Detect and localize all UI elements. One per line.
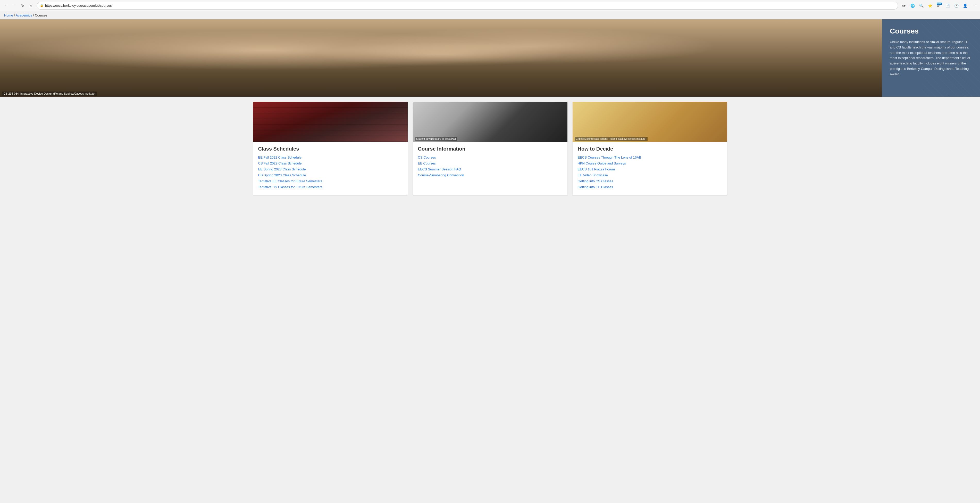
whiteboard-caption: Student at whiteboard in Soda Hall bbox=[415, 137, 457, 141]
hero-section: CS 294-084: Interactive Device Design (R… bbox=[0, 19, 980, 97]
hkn-guide-link[interactable]: HKN Course Guide and Surveys bbox=[578, 161, 722, 165]
class-schedules-body: Class Schedules EE Fall 2022 Class Sched… bbox=[253, 142, 408, 195]
read-aloud-icon[interactable]: 🕪 bbox=[900, 2, 907, 9]
overflow-menu-button[interactable]: ⋯ bbox=[970, 2, 977, 9]
breadcrumb-current: Courses bbox=[35, 13, 47, 17]
history-icon[interactable]: 🕑 bbox=[953, 2, 960, 9]
browser-chrome: ← → ↻ ⌂ 🔒 🕪 🌐 🔍 ⭐ ☍ New 📄 🕑 👤 ⋯ bbox=[0, 0, 980, 11]
course-information-card: Student at whiteboard in Soda Hall Cours… bbox=[413, 102, 568, 195]
whiteboard-photo bbox=[413, 102, 568, 142]
critical-making-photo bbox=[573, 102, 727, 142]
url-input[interactable] bbox=[45, 3, 895, 8]
course-numbering-link[interactable]: Course-Numbering Convention bbox=[418, 173, 562, 177]
lock-icon: 🔒 bbox=[40, 4, 43, 7]
home-button[interactable]: ⌂ bbox=[27, 2, 35, 9]
page-content: Home / Academics / Courses CS 294-084: I… bbox=[0, 11, 980, 503]
breadcrumb-sep-1: / bbox=[14, 13, 15, 17]
hero-caption: CS 294-084: Interactive Device Design (R… bbox=[2, 92, 97, 96]
translate-icon[interactable]: 🌐 bbox=[909, 2, 916, 9]
toolbar-icons: 🕪 🌐 🔍 ⭐ ☍ New 📄 🕑 👤 ⋯ bbox=[900, 2, 977, 9]
class-schedules-image bbox=[253, 102, 408, 142]
nav-buttons: ← → ↻ ⌂ bbox=[3, 2, 35, 9]
cs-courses-link[interactable]: CS Courses bbox=[418, 156, 562, 159]
ee-video-showcase-link[interactable]: EE Video Showcase bbox=[578, 173, 722, 177]
tentative-cs-future-link[interactable]: Tentative CS Classes for Future Semester… bbox=[258, 185, 402, 189]
favorites-icon[interactable]: ⭐ bbox=[926, 2, 934, 9]
hero-info-panel: Courses Unlike many institutions of simi… bbox=[882, 19, 980, 97]
refresh-button[interactable]: ↻ bbox=[19, 2, 26, 9]
hero-info-content: Courses Unlike many institutions of simi… bbox=[890, 27, 972, 77]
how-to-decide-title: How to Decide bbox=[578, 146, 722, 152]
forward-button[interactable]: → bbox=[11, 2, 18, 9]
breadcrumb-sep-2: / bbox=[33, 13, 34, 17]
class-schedules-card: Class Schedules EE Fall 2022 Class Sched… bbox=[253, 102, 408, 195]
hero-image: CS 294-084: Interactive Device Design (R… bbox=[0, 19, 882, 97]
hero-description: Unlike many institutions of similar stat… bbox=[890, 40, 972, 77]
auditorium-photo bbox=[253, 102, 408, 142]
back-button[interactable]: ← bbox=[3, 2, 10, 9]
eecs-101-piazza-link[interactable]: EECS 101 Piazza Forum bbox=[578, 167, 722, 171]
class-schedules-title: Class Schedules bbox=[258, 146, 402, 152]
address-bar: 🔒 bbox=[37, 2, 898, 10]
course-information-image: Student at whiteboard in Soda Hall bbox=[413, 102, 568, 142]
hero-photo bbox=[0, 19, 882, 97]
breadcrumb: Home / Academics / Courses bbox=[0, 11, 980, 19]
ee-spring-2023-link[interactable]: EE Spring 2023 Class Schedule bbox=[258, 167, 402, 171]
eecs-summer-faq-link[interactable]: EECS Summer Session FAQ bbox=[418, 167, 562, 171]
breadcrumb-academics[interactable]: Academics bbox=[16, 13, 32, 17]
critical-making-caption: Critical Making class (photo: Roland Sae… bbox=[575, 137, 648, 141]
how-to-decide-body: How to Decide EECS Courses Through The L… bbox=[573, 142, 727, 195]
account-icon[interactable]: 👤 bbox=[961, 2, 969, 9]
new-badge: New bbox=[937, 3, 942, 5]
course-information-title: Course Information bbox=[418, 146, 562, 152]
getting-into-ee-link[interactable]: Getting into EE Classes bbox=[578, 185, 722, 189]
course-information-body: Course Information CS Courses EE Courses… bbox=[413, 142, 568, 183]
new-feature-icon[interactable]: ☍ New bbox=[935, 2, 942, 9]
cs-fall-2022-link[interactable]: CS Fall 2022 Class Schedule bbox=[258, 161, 402, 165]
ee-fall-2022-link[interactable]: EE Fall 2022 Class Schedule bbox=[258, 156, 402, 159]
collections-icon[interactable]: 📄 bbox=[944, 2, 951, 9]
cs-spring-2023-link[interactable]: CS Spring 2023 Class Schedule bbox=[258, 173, 402, 177]
getting-into-cs-link[interactable]: Getting into CS Classes bbox=[578, 179, 722, 183]
ee-courses-link[interactable]: EE Courses bbox=[418, 161, 562, 165]
tentative-ee-future-link[interactable]: Tentative EE Classes for Future Semester… bbox=[258, 179, 402, 183]
breadcrumb-home[interactable]: Home bbox=[4, 13, 13, 17]
cards-section: Class Schedules EE Fall 2022 Class Sched… bbox=[0, 102, 980, 203]
how-to-decide-card: Critical Making class (photo: Roland Sae… bbox=[573, 102, 727, 195]
eecs-lens-16ab-link[interactable]: EECS Courses Through The Lens of 16AB bbox=[578, 156, 722, 159]
search-icon[interactable]: 🔍 bbox=[918, 2, 925, 9]
page-title: Courses bbox=[890, 27, 972, 35]
how-to-decide-image: Critical Making class (photo: Roland Sae… bbox=[573, 102, 727, 142]
